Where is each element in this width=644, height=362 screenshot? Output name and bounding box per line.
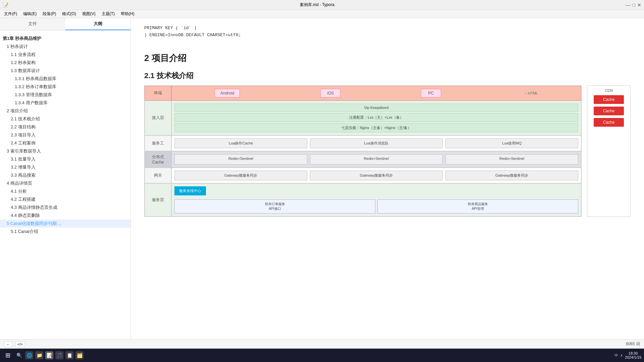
menu-theme[interactable]: 主题(T)	[99, 10, 117, 17]
code-line-1: PRIMARY KEY ( `id` )	[144, 25, 631, 32]
cache-content: Redis+Sentinel Redis+Sentinel Redis+Sent…	[171, 151, 581, 168]
tool-row: 服务工 Lua操作Cache Lua操作消息队 Lua使用MQ	[145, 135, 581, 151]
nginx-box: 七层负载：Nginx（主备）+Nginx（主/备）	[174, 123, 578, 132]
taskbar-search[interactable]: 🔍	[15, 351, 23, 359]
ios-box: iOS	[320, 89, 340, 98]
toc-item[interactable]: 1 秒杀设计	[0, 43, 130, 51]
taskbar-time: 18:30 2024/1/15	[625, 351, 641, 359]
taskbar-browser[interactable]: 🌐	[25, 351, 33, 359]
taskbar-app2[interactable]: 📋	[65, 351, 73, 359]
cache-button-2[interactable]: Cache	[594, 107, 624, 115]
service-label: 服务层	[145, 183, 171, 217]
taskbar-music[interactable]: 🎵	[55, 351, 63, 359]
menu-paragraph[interactable]: 段落(P)	[40, 10, 59, 17]
tab-file[interactable]: 文件	[0, 18, 65, 30]
service-boxes: 秒杀订单服务 API接口 秒杀商品服务 API管理	[174, 199, 578, 214]
menu-format[interactable]: 格式(O)	[59, 10, 78, 17]
taskbar-lang: 中	[614, 353, 618, 358]
toc-item[interactable]: 1.3.3 管理员数据库	[0, 91, 130, 99]
taskbar-ime: ∧	[620, 353, 623, 358]
menu-file[interactable]: 文件(F)	[1, 10, 20, 17]
taskbar: ⊞ 🔍 🌐 📁 📝 🎵 📋 🗂️ 中 ∧ 18:30 2024/1/15	[0, 349, 644, 362]
menu-edit[interactable]: 编辑(E)	[20, 10, 39, 17]
interface-row: 接入层 Vip Keepalived 注册配置：Lvs（主）+Lvs（备） 七层…	[145, 101, 581, 135]
toc-item[interactable]: 2.1 技术栈介绍	[0, 115, 130, 123]
client-content: Android iOS PC ←HTML	[171, 86, 581, 101]
toc-item[interactable]: 4.2 工程搭建	[0, 195, 130, 203]
toc-item[interactable]: 1.1 业务流程	[0, 51, 130, 59]
interface-label: 接入层	[145, 101, 171, 135]
minimize-button[interactable]: —	[626, 2, 631, 8]
product-api-box: 秒杀商品服务 API管理	[377, 199, 578, 214]
service-discovery-button[interactable]: 服务发现中心	[174, 186, 206, 195]
service-row: 服务层 服务发现中心 秒杀订单服务 API接口 秒杀商品服务 API管理	[145, 183, 581, 217]
taskbar-typora[interactable]: 📝	[45, 351, 53, 359]
menu-view[interactable]: 视图(V)	[79, 10, 98, 17]
toc-item[interactable]: 4.1 分析	[0, 187, 130, 195]
gateway3-box: Gateway微服务同步	[445, 171, 578, 180]
back-button[interactable]: ←	[4, 341, 12, 347]
lua-mq2-box: Lua使用MQ	[445, 138, 578, 148]
toc-item[interactable]: 2.2 项目结构	[0, 123, 130, 131]
cache-button-1[interactable]: Cache	[594, 95, 624, 104]
cache-label: 分布式Cache	[145, 151, 171, 168]
title-bar: 📝 案例库.md - Typora — □ ✕	[0, 0, 644, 10]
toc-item[interactable]: 2.4 工程案例	[0, 139, 130, 147]
order-api-box: 秒杀订单服务 API接口	[174, 199, 375, 214]
sidebar-content: 第1章 秒杀商品维护 1 秒杀设计 1.1 业务流程 1.2 秒杀架构 1.3 …	[0, 31, 130, 339]
redis1-box: Redis+Sentinel	[174, 154, 307, 165]
toc-item[interactable]: 3.3 商品搜索	[0, 171, 130, 179]
main-layout: 文件 大纲 第1章 秒杀商品维护 1 秒杀设计 1.1 业务流程 1.2 秒杀架…	[0, 18, 644, 339]
word-count: 8065 词	[626, 341, 640, 347]
android-box: Android	[215, 89, 240, 98]
close-button[interactable]: ✕	[637, 2, 641, 8]
toc-item[interactable]: 1.3.1 秒杀商品数据库	[0, 75, 130, 83]
bottom-left: ← </>	[4, 341, 25, 347]
title-bar-icon: 📝	[3, 2, 8, 8]
client-label: 终端	[145, 86, 171, 101]
cache-button-3[interactable]: Cache	[594, 118, 624, 127]
toc-item[interactable]: 第1章 秒杀商品维护	[0, 35, 130, 43]
toc-item[interactable]: 1.3 数据库设计	[0, 67, 130, 75]
tool-label: 服务工	[145, 135, 171, 151]
tab-outline[interactable]: 大纲	[65, 18, 131, 30]
diagram-main: 终端 Android iOS PC ←HTML 接入层 Vip Keepaliv…	[144, 85, 582, 217]
toc-item[interactable]: 5.1 Canal介绍	[0, 228, 130, 236]
heading-h2: 2.1 技术栈介绍	[144, 71, 631, 81]
cache-row: 分布式Cache Redis+Sentinel Redis+Sentinel R…	[145, 151, 581, 168]
interface-content: Vip Keepalived 注册配置：Lvs（主）+Lvs（备） 七层负载：N…	[171, 101, 581, 135]
lvs-box: 注册配置：Lvs（主）+Lvs（备）	[174, 113, 578, 122]
toc-item[interactable]: 2.3 项目导入	[0, 131, 130, 139]
toc-item[interactable]: 2 项目介绍	[0, 107, 130, 115]
toc-item[interactable]: 3 索引库数据导入	[0, 147, 130, 155]
gateway-content: Gateway微服务同步 Gateway微服务同步 Gateway微服务同步	[171, 168, 581, 183]
maximize-button[interactable]: □	[633, 2, 635, 8]
toc-item[interactable]: 3.1 批量导入	[0, 155, 130, 163]
title-bar-controls: — □ ✕	[626, 2, 641, 8]
sidebar: 文件 大纲 第1章 秒杀商品维护 1 秒杀设计 1.1 业务流程 1.2 秒杀架…	[0, 18, 131, 339]
toc-item[interactable]: 1.2 秒杀架构	[0, 59, 130, 67]
toc-item[interactable]: 3.2 增量导入	[0, 163, 130, 171]
toc-item[interactable]: 4.3 商品详情静态页生成	[0, 203, 130, 212]
pc-box: PC	[421, 89, 441, 98]
bottom-toolbar: ← </> 8065 词	[0, 339, 644, 349]
lua-mq-box: Lua操作消息队	[310, 138, 443, 148]
toc-item[interactable]: 5 Canal信道数据同步刊期 ...	[0, 220, 130, 228]
taskbar-app3[interactable]: 🗂️	[75, 351, 84, 359]
taskbar-explorer[interactable]: 📁	[35, 351, 43, 359]
code-line-2: ) ENGINE=InnoDB DEFAULT CHARSET=utf8;	[144, 32, 631, 39]
toc-item[interactable]: 4 商品详情页	[0, 179, 130, 187]
menu-help[interactable]: 帮助(H)	[118, 10, 137, 17]
redis2-box: Redis+Sentinel	[310, 154, 443, 165]
gateway1-box: Gateway微服务同步	[174, 171, 307, 180]
start-button[interactable]: ⊞	[3, 352, 13, 359]
toc-item[interactable]: 1.3.2 秒杀订单数据库	[0, 83, 130, 91]
toc-item[interactable]: 1.3.4 用户数据库	[0, 99, 130, 107]
heading-h1: 2 项目介绍	[144, 52, 631, 64]
html-arrow: ←HTML	[524, 91, 538, 95]
title-bar-title: 案例库.md - Typora	[8, 2, 626, 8]
menu-bar: 文件(F) 编辑(E) 段落(P) 格式(O) 视图(V) 主题(T) 帮助(H…	[0, 10, 644, 18]
lua-cache-box: Lua操作Cache	[174, 138, 307, 148]
code-button[interactable]: </>	[15, 341, 25, 347]
toc-item[interactable]: 4.4 静态页删除	[0, 212, 130, 220]
